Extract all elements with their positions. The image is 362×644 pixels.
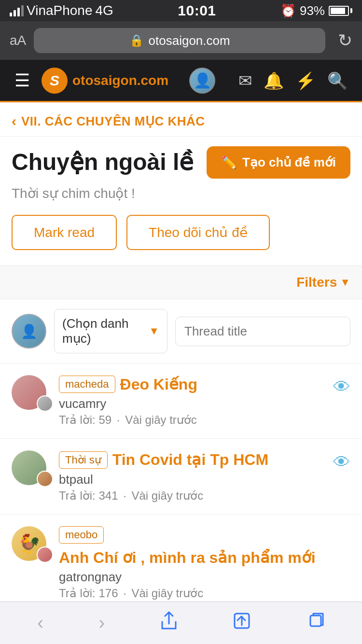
thread-avatar-wrapper bbox=[12, 450, 50, 485]
thread-item[interactable]: Thời sự Tin Covid tại Tp HCM btpaul Trả … bbox=[0, 439, 362, 514]
back-arrow-icon[interactable]: ‹ bbox=[12, 113, 16, 129]
watch-icon[interactable]: 👁 bbox=[333, 452, 350, 473]
search-user-avatar: 👤 bbox=[12, 314, 46, 349]
browser-bar: aA 🔒 otosaigon.com ↻ bbox=[0, 21, 362, 60]
thread-meta: Trả lời: 59 · Vài giây trước bbox=[59, 413, 324, 427]
alarm-icon: ⏰ bbox=[280, 3, 296, 18]
forum-title-row: Chuyện ngoài lề ✏️ Tạo chủ đề mới bbox=[12, 146, 350, 179]
battery-label: 93% bbox=[300, 3, 325, 18]
thread-content: macheda Đeo Kiếng vucamry Trả lời: 59 · … bbox=[59, 375, 324, 427]
thread-reply-count: Trả lời: 59 bbox=[59, 413, 111, 426]
thread-title[interactable]: Đeo Kiếng bbox=[120, 375, 197, 393]
lock-icon: 🔒 bbox=[129, 34, 144, 47]
create-button-label: Tạo chủ đề mới bbox=[242, 155, 336, 170]
flash-icon[interactable]: ⚡ bbox=[295, 71, 316, 90]
thread-meta: Trả lời: 176 · Vài giây trước bbox=[59, 587, 350, 600]
logo-s-icon: S bbox=[42, 68, 68, 94]
svg-rect-2 bbox=[310, 616, 321, 626]
filters-row: Filters ▼ bbox=[0, 266, 362, 299]
thread-header: meobo Anh Chí ơi , mình ra sản phẩm mới bbox=[59, 526, 350, 567]
thread-title-input[interactable] bbox=[175, 317, 350, 346]
battery-icon bbox=[329, 6, 352, 16]
follow-threads-button[interactable]: Theo dõi chủ đề bbox=[126, 215, 270, 250]
time-label: 10:01 bbox=[178, 2, 216, 19]
thread-author: gatrongnay bbox=[59, 570, 350, 585]
logo-text: otosaigon.com bbox=[72, 73, 168, 88]
mark-read-button[interactable]: Mark read bbox=[12, 215, 117, 250]
category-caret-icon: ▼ bbox=[149, 325, 159, 337]
thread-author: btpaul bbox=[59, 472, 324, 487]
thread-content: meobo Anh Chí ơi , mình ra sản phẩm mới … bbox=[59, 526, 350, 600]
safari-bottom-bar: ‹ › bbox=[0, 602, 362, 644]
thread-item[interactable]: macheda Đeo Kiếng vucamry Trả lời: 59 · … bbox=[0, 364, 362, 439]
thread-content: Thời sự Tin Covid tại Tp HCM btpaul Trả … bbox=[59, 450, 324, 502]
hamburger-menu-button[interactable]: ☰ bbox=[14, 72, 30, 89]
thread-title[interactable]: Anh Chí ơi , mình ra sản phẩm mới bbox=[59, 548, 316, 567]
breadcrumb-label[interactable]: VII. CÁC CHUYÊN MỤC KHÁC bbox=[21, 114, 205, 129]
share-button[interactable] bbox=[155, 606, 182, 640]
network-label: 4G bbox=[96, 3, 113, 18]
thread-time: Vài giây trước bbox=[132, 489, 204, 502]
thread-last-poster-avatar bbox=[37, 471, 53, 487]
back-button[interactable]: ‹ bbox=[32, 608, 48, 638]
url-text: otosaigon.com bbox=[149, 33, 230, 48]
thread-header: macheda Đeo Kiếng bbox=[59, 375, 324, 393]
category-select[interactable]: (Chọn danh mục) ▼ bbox=[54, 309, 167, 353]
reload-button[interactable]: ↻ bbox=[338, 30, 352, 51]
thread-tag[interactable]: macheda bbox=[59, 376, 115, 393]
search-icon[interactable]: 🔍 bbox=[327, 71, 348, 90]
site-logo[interactable]: S otosaigon.com bbox=[42, 68, 189, 94]
watch-icon[interactable]: 👁 bbox=[333, 377, 350, 397]
thread-list: macheda Đeo Kiếng vucamry Trả lời: 59 · … bbox=[0, 364, 362, 612]
thread-header: Thời sự Tin Covid tại Tp HCM bbox=[59, 450, 324, 469]
bookmarks-button[interactable] bbox=[228, 607, 256, 639]
main-content: ‹ VII. CÁC CHUYÊN MỤC KHÁC Chuyện ngoài … bbox=[0, 102, 362, 612]
forum-title: Chuyện ngoài lề bbox=[12, 150, 194, 175]
notifications-icon[interactable]: 🔔 bbox=[264, 71, 284, 90]
thread-author: vucamry bbox=[59, 396, 324, 411]
forum-subtitle: Thời sự chim chuột ! bbox=[12, 185, 350, 201]
url-bar[interactable]: 🔒 otosaigon.com bbox=[34, 28, 325, 53]
status-left: VinaPhone 4G bbox=[10, 3, 113, 18]
user-avatar[interactable]: 👤 bbox=[189, 68, 215, 94]
filters-label: Filters bbox=[296, 275, 337, 290]
thread-tag[interactable]: meobo bbox=[59, 526, 104, 544]
status-right: ⏰ 93% bbox=[280, 3, 352, 18]
thread-last-poster-avatar bbox=[37, 546, 53, 563]
thread-reply-count: Trả lời: 176 bbox=[59, 587, 118, 600]
status-bar: VinaPhone 4G 10:01 ⏰ 93% bbox=[0, 0, 362, 21]
carrier-label: VinaPhone bbox=[27, 3, 93, 18]
signal-icon bbox=[10, 5, 24, 16]
filters-caret-icon: ▼ bbox=[340, 276, 350, 289]
forum-header: Chuyện ngoài lề ✏️ Tạo chủ đề mới Thời s… bbox=[0, 137, 362, 266]
breadcrumb: ‹ VII. CÁC CHUYÊN MỤC KHÁC bbox=[0, 102, 362, 137]
messages-icon[interactable]: ✉ bbox=[238, 71, 252, 90]
thread-title[interactable]: Tin Covid tại Tp HCM bbox=[112, 450, 268, 469]
action-buttons: Mark read Theo dõi chủ đề bbox=[12, 215, 350, 250]
category-select-label: (Chọn danh mục) bbox=[62, 316, 145, 346]
create-thread-button[interactable]: ✏️ Tạo chủ đề mới bbox=[207, 146, 350, 179]
filters-button[interactable]: Filters ▼ bbox=[296, 275, 350, 290]
font-size-control[interactable]: aA bbox=[10, 33, 26, 48]
edit-icon: ✏️ bbox=[221, 155, 237, 170]
thread-time: Vài giây trước bbox=[125, 413, 197, 426]
thread-last-poster-avatar bbox=[37, 395, 53, 412]
thread-avatar-wrapper: 🐓 bbox=[12, 526, 50, 561]
nav-bar: ☰ S otosaigon.com 👤 ✉ 🔔 ⚡ 🔍 bbox=[0, 60, 362, 102]
thread-item[interactable]: 🐓 meobo Anh Chí ơi , mình ra sản phẩm mớ… bbox=[0, 515, 362, 612]
thread-tag[interactable]: Thời sự bbox=[59, 451, 108, 469]
tabs-button[interactable] bbox=[302, 607, 330, 639]
search-filter-row: 👤 (Chọn danh mục) ▼ bbox=[0, 299, 362, 364]
forward-button[interactable]: › bbox=[94, 608, 110, 638]
thread-reply-count: Trả lời: 341 bbox=[59, 489, 118, 502]
thread-meta: Trả lời: 341 · Vài giây trước bbox=[59, 489, 324, 503]
thread-avatar-wrapper bbox=[12, 375, 50, 410]
thread-time: Vài giây trước bbox=[132, 587, 204, 600]
